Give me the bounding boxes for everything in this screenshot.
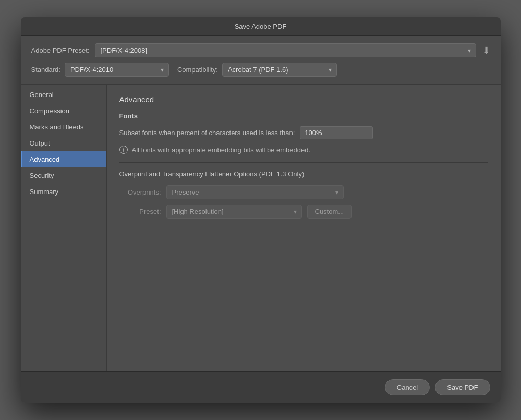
sidebar-item-summary[interactable]: Summary [21,184,106,200]
compat-select[interactable]: Acrobat 7 (PDF 1.6) Acrobat 5 (PDF 1.4) … [222,63,337,77]
sidebar: General Compression Marks and Bleeds Out… [21,85,107,371]
preset-inner-row: Preset: [High Resolution] [Medium Resolu… [119,205,488,219]
preset-inner-controls: [High Resolution] [Medium Resolution] [L… [166,205,352,219]
custom-button[interactable]: Custom... [307,205,352,219]
main-section: General Compression Marks and Bleeds Out… [21,85,501,371]
overprints-label: Overprints: [119,188,161,196]
info-text: All fonts with appropriate embedding bit… [132,146,311,154]
preset-select[interactable]: [PDF/X-4:2008] [PDF/X-1a:2001] [Press Qu… [95,43,476,57]
title-bar: Save Adobe PDF [21,17,501,36]
subset-fonts-row: Subset fonts when percent of characters … [119,126,488,139]
top-section: Adobe PDF Preset: [PDF/X-4:2008] [PDF/X-… [21,36,501,85]
standard-select[interactable]: PDF/X-4:2010 PDF/X-1a:2001 None [65,63,169,77]
overprints-select-wrapper[interactable]: Preserve Discard [166,185,344,199]
compat-label: Compatibility: [177,66,218,74]
sidebar-item-compression[interactable]: Compression [21,103,106,119]
overprints-row: Overprints: Preserve Discard [119,185,488,199]
download-icon[interactable]: ⬇ [482,45,490,56]
sidebar-item-general[interactable]: General [21,87,106,103]
sidebar-item-advanced[interactable]: Advanced [21,151,106,167]
standard-group: Standard: PDF/X-4:2010 PDF/X-1a:2001 Non… [31,63,169,77]
subset-fonts-label: Subset fonts when percent of characters … [119,129,295,137]
preset-inner-select-wrapper[interactable]: [High Resolution] [Medium Resolution] [L… [166,205,302,219]
sidebar-item-marks-and-bleeds[interactable]: Marks and Bleeds [21,119,106,135]
bottom-bar: Cancel Save PDF [21,371,501,403]
content-section-title: Advanced [119,95,488,104]
divider [119,162,488,163]
dialog-title: Save Adobe PDF [235,22,287,30]
cancel-button[interactable]: Cancel [385,379,430,395]
info-row: i All fonts with appropriate embedding b… [119,146,488,154]
preset-inner-select[interactable]: [High Resolution] [Medium Resolution] [L… [166,205,302,219]
compat-select-wrapper[interactable]: Acrobat 7 (PDF 1.6) Acrobat 5 (PDF 1.4) … [222,63,337,77]
content-area: Advanced Fonts Subset fonts when percent… [107,85,501,371]
sidebar-item-output[interactable]: Output [21,135,106,151]
preset-label: Adobe PDF Preset: [31,46,90,54]
compat-group: Compatibility: Acrobat 7 (PDF 1.6) Acrob… [177,63,337,77]
save-pdf-button[interactable]: Save PDF [435,379,490,395]
preset-row: Adobe PDF Preset: [PDF/X-4:2008] [PDF/X-… [31,43,490,57]
subset-fonts-input[interactable] [300,126,373,139]
overprints-select[interactable]: Preserve Discard [166,185,344,199]
info-icon: i [119,146,128,154]
standard-label: Standard: [31,66,60,74]
preset-inner-label: Preset: [119,208,161,215]
dialog: Save Adobe PDF Adobe PDF Preset: [PDF/X-… [21,17,501,403]
preset-select-wrapper[interactable]: [PDF/X-4:2008] [PDF/X-1a:2001] [Press Qu… [95,43,476,57]
overprint-title: Overprint and Transparency Flattener Opt… [119,170,488,178]
standard-row: Standard: PDF/X-4:2010 PDF/X-1a:2001 Non… [31,63,490,77]
fonts-subtitle: Fonts [119,112,488,120]
sidebar-item-security[interactable]: Security [21,167,106,184]
standard-select-wrapper[interactable]: PDF/X-4:2010 PDF/X-1a:2001 None [65,63,169,77]
